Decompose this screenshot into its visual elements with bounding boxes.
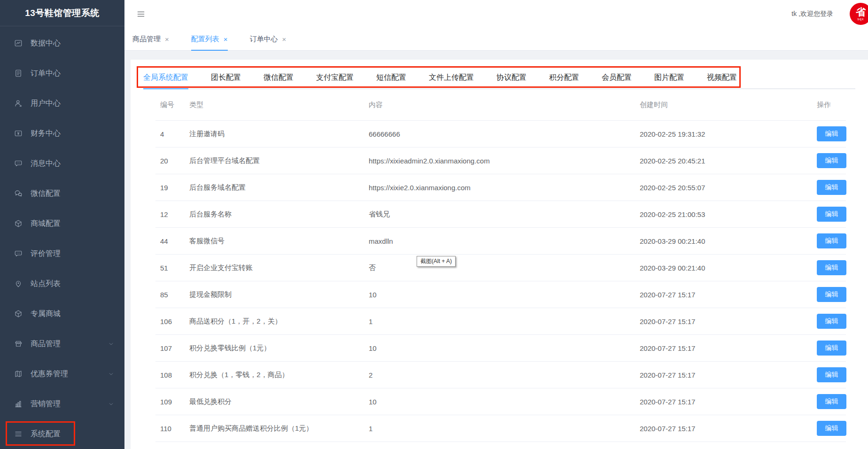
table-row: 4注册邀请码666666662020-02-25 19:31:32编辑 xyxy=(155,121,846,147)
row-type-cell: 后台管理平台域名配置 xyxy=(189,156,369,165)
map-icon xyxy=(14,370,23,378)
sidebar-item-user-center[interactable]: 用户中心 xyxy=(0,88,124,118)
config-tab-image-config[interactable]: 图片配置 xyxy=(654,73,684,88)
table-header-cell: 操作 xyxy=(817,101,846,109)
page-tab-order-center[interactable]: 订单中心× xyxy=(250,28,287,50)
cube-icon xyxy=(14,310,23,318)
sidebar-item-label: 微信配置 xyxy=(31,189,61,199)
table-row: 109最低兑换积分102020-07-27 15:17编辑 xyxy=(155,388,846,415)
sidebar-item-order-center[interactable]: 订单中心 xyxy=(0,58,124,88)
sidebar-item-label: 站点列表 xyxy=(31,279,61,289)
sidebar-item-label: 消息中心 xyxy=(31,159,61,169)
edit-button[interactable]: 编辑 xyxy=(817,394,846,409)
sidebar-item-goods-management[interactable]: 商品管理 xyxy=(0,329,124,359)
close-icon[interactable]: × xyxy=(165,36,169,43)
table-row: 12后台服务名称省钱兄2020-02-25 21:00:53编辑 xyxy=(155,201,846,228)
row-content-cell: 66666666 xyxy=(369,130,640,138)
avatar[interactable]: 省 sqx xyxy=(850,3,868,25)
row-content-cell: 10 xyxy=(369,398,640,406)
config-tab-protocol-config[interactable]: 协议配置 xyxy=(496,73,527,88)
sidebar-item-data-center[interactable]: 数据中心 xyxy=(0,28,124,58)
sidebar-item-marketing-management[interactable]: 营销管理 xyxy=(0,389,124,419)
config-tab-points-config[interactable]: 积分配置 xyxy=(549,73,579,88)
page-tab-goods-management[interactable]: 商品管理× xyxy=(132,28,169,50)
sidebar-item-finance-center[interactable]: 财务中心 xyxy=(0,118,124,148)
message-icon xyxy=(14,159,23,168)
sidebar-menu: 数据中心订单中心用户中心财务中心消息中心微信配置商城配置评价管理站点列表专属商城… xyxy=(0,26,124,449)
hamburger-icon[interactable] xyxy=(136,9,146,19)
page-tab-config-list[interactable]: 配置列表× xyxy=(191,28,228,50)
sidebar-item-exclusive-mall[interactable]: 专属商城 xyxy=(0,299,124,329)
chevron-down-icon xyxy=(108,401,114,407)
config-tab-file-upload-config[interactable]: 文件上传配置 xyxy=(429,73,474,88)
edit-button[interactable]: 编辑 xyxy=(817,233,846,248)
close-icon[interactable]: × xyxy=(224,36,228,43)
row-content-cell: 否 xyxy=(369,263,640,272)
sidebar: 13号鞋馆管理系统 数据中心订单中心用户中心财务中心消息中心微信配置商城配置评价… xyxy=(0,0,124,449)
row-created-cell: 2020-02-25 21:00:53 xyxy=(640,210,817,218)
row-created-cell: 2020-03-29 00:21:40 xyxy=(640,237,817,245)
row-id-cell: 20 xyxy=(155,157,189,165)
config-tab-video-config[interactable]: 视频配置 xyxy=(707,73,737,88)
edit-button[interactable]: 编辑 xyxy=(817,341,846,356)
row-id-cell: 85 xyxy=(155,291,189,299)
row-type-cell: 开启企业支付宝转账 xyxy=(189,263,369,272)
sidebar-item-mall-config[interactable]: 商城配置 xyxy=(0,209,124,239)
edit-button[interactable]: 编辑 xyxy=(817,367,846,382)
row-type-cell: 最低兑换积分 xyxy=(189,397,369,406)
edit-button[interactable]: 编辑 xyxy=(817,180,846,195)
row-type-cell: 注册邀请码 xyxy=(189,130,369,139)
edit-button[interactable]: 编辑 xyxy=(817,287,846,302)
table-row: 108积分兑换（1，零钱，2，商品）22020-07-27 15:17编辑 xyxy=(155,362,846,388)
table-header-cell: 类型 xyxy=(189,101,369,109)
edit-button[interactable]: 编辑 xyxy=(817,421,846,436)
row-content-cell: 1 xyxy=(369,425,640,433)
row-content-cell: https://xixieadmin2.0.xianmaxiong.com xyxy=(369,157,640,165)
config-tab-global-system-config[interactable]: 全局系统配置 xyxy=(143,73,188,89)
screenshot-hotkey-tooltip: 截图(Alt + A) xyxy=(417,256,456,267)
barchart-icon xyxy=(14,400,23,408)
row-id-cell: 44 xyxy=(155,237,189,245)
config-tab-sms-config[interactable]: 短信配置 xyxy=(376,73,406,88)
edit-button[interactable]: 编辑 xyxy=(817,314,846,329)
row-created-cell: 2020-02-25 20:45:21 xyxy=(640,157,817,165)
row-type-cell: 商品送积分（1，开，2，关） xyxy=(189,317,369,326)
edit-button[interactable]: 编辑 xyxy=(817,153,846,168)
row-id-cell: 110 xyxy=(155,425,189,433)
app-title: 13号鞋馆管理系统 xyxy=(0,0,124,26)
close-icon[interactable]: × xyxy=(282,36,287,43)
sidebar-item-review-management[interactable]: 评价管理 xyxy=(0,239,124,269)
row-action-cell: 编辑 xyxy=(817,180,846,195)
row-created-cell: 2020-02-25 20:55:07 xyxy=(640,184,817,192)
config-tab-wechat-config[interactable]: 微信配置 xyxy=(264,73,294,88)
row-type-cell: 后台服务域名配置 xyxy=(189,183,369,192)
edit-button[interactable]: 编辑 xyxy=(817,126,846,141)
table-row: 51开启企业支付宝转账否2020-03-29 00:21:40编辑 xyxy=(155,255,846,281)
edit-button[interactable]: 编辑 xyxy=(817,207,846,222)
config-tab-alipay-config[interactable]: 支付宝配置 xyxy=(316,73,354,88)
sidebar-item-message-center[interactable]: 消息中心 xyxy=(0,148,124,178)
pin-icon xyxy=(14,279,23,288)
avatar-main-glyph: 省 xyxy=(856,7,866,17)
sidebar-item-wechat-config[interactable]: 微信配置 xyxy=(0,178,124,209)
sidebar-item-label: 专属商城 xyxy=(31,309,61,319)
table-header-row: 编号类型内容创建时间操作 xyxy=(155,89,846,121)
sidebar-item-label: 数据中心 xyxy=(31,39,61,48)
menu-lines-icon xyxy=(14,430,23,438)
row-content-cell: 省钱兄 xyxy=(369,210,640,219)
row-type-cell: 提现金额限制 xyxy=(189,290,369,299)
sidebar-item-site-list[interactable]: 站点列表 xyxy=(0,269,124,299)
config-tab-member-config[interactable]: 会员配置 xyxy=(602,73,632,88)
sidebar-item-coupon-management[interactable]: 优惠券管理 xyxy=(0,359,124,389)
sidebar-item-label: 优惠券管理 xyxy=(31,369,68,379)
page-tab-label: 订单中心 xyxy=(250,35,278,44)
row-action-cell: 编辑 xyxy=(817,126,846,141)
config-tab-leader-config[interactable]: 团长配置 xyxy=(211,73,241,88)
config-table: 编号类型内容创建时间操作 4注册邀请码666666662020-02-25 19… xyxy=(155,89,846,442)
cube-icon xyxy=(14,219,23,228)
edit-button[interactable]: 编辑 xyxy=(817,260,846,275)
row-action-cell: 编辑 xyxy=(817,207,846,222)
sidebar-item-system-config[interactable]: 系统配置 xyxy=(0,419,124,449)
page-tab-label: 商品管理 xyxy=(132,35,161,44)
row-created-cell: 2020-07-27 15:17 xyxy=(640,344,817,352)
